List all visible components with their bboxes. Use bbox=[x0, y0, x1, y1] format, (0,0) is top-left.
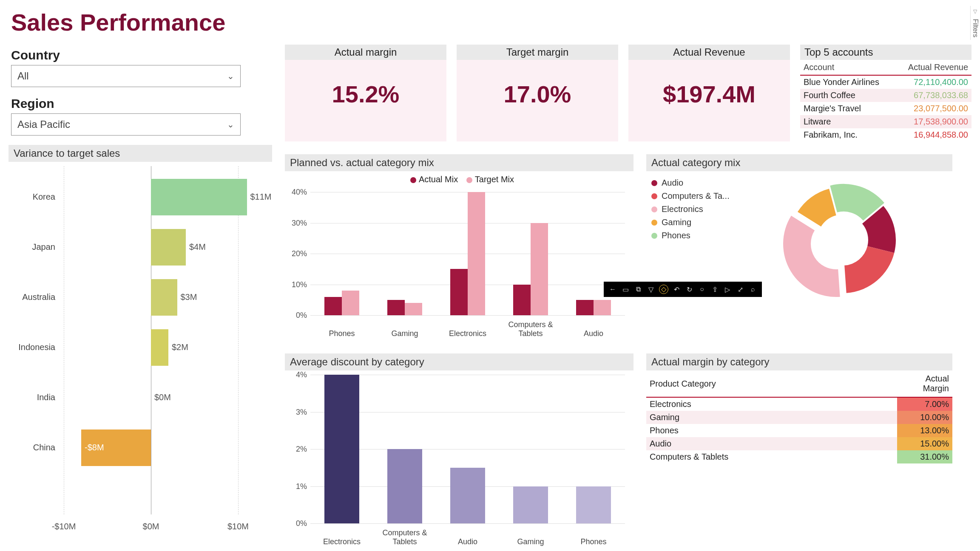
margin-col-margin[interactable]: Actual Margin bbox=[897, 370, 952, 397]
country-dropdown[interactable]: All ⌄ bbox=[11, 65, 241, 87]
legend-item[interactable]: Computers & Ta... bbox=[651, 189, 730, 203]
toolbar-button[interactable]: ⌕ bbox=[747, 285, 759, 293]
axis-category: Gaming bbox=[499, 537, 562, 546]
toolbar-button[interactable]: ⧉ bbox=[632, 285, 645, 293]
toolbar-button[interactable]: ▭ bbox=[619, 285, 632, 294]
table-row[interactable]: Fabrikam, Inc. 16,944,858.00 bbox=[800, 128, 971, 141]
top5-col-revenue[interactable]: Actual Revenue bbox=[895, 60, 971, 75]
toolbar-button[interactable]: ⤢ bbox=[734, 285, 747, 294]
table-row[interactable]: Electronics 7.00% bbox=[646, 397, 952, 411]
chevron-down-icon: ⌄ bbox=[227, 119, 234, 130]
kpi-value: $197.4M bbox=[628, 60, 790, 128]
donut-slice[interactable] bbox=[798, 189, 836, 226]
dot-icon bbox=[466, 177, 472, 183]
toolbar-button[interactable]: ↶ bbox=[670, 285, 683, 294]
axis-category: Gaming bbox=[373, 329, 436, 338]
variance-chart[interactable]: -$10M$0M$10MKorea$11MJapan$4MAustralia$3… bbox=[9, 166, 264, 531]
toolbar-button[interactable]: ◇ bbox=[659, 285, 668, 294]
donut-slice[interactable] bbox=[844, 246, 894, 293]
bar[interactable] bbox=[324, 375, 359, 523]
account-cell: Litware bbox=[800, 115, 895, 128]
margin-table-box[interactable]: Actual margin by category Product Catego… bbox=[646, 353, 952, 549]
table-row[interactable]: Audio 15.00% bbox=[646, 437, 952, 450]
margin-col-cat[interactable]: Product Category bbox=[646, 370, 897, 397]
region-dropdown[interactable]: Asia Pacific ⌄ bbox=[11, 113, 241, 136]
account-cell: Blue Yonder Airlines bbox=[800, 75, 895, 89]
dot-icon bbox=[651, 233, 657, 239]
bar[interactable] bbox=[387, 300, 405, 315]
bar[interactable] bbox=[324, 297, 342, 316]
bar[interactable] bbox=[450, 269, 468, 315]
discount-chart-box[interactable]: Average discount by category 0%1%2%3%4%E… bbox=[285, 353, 633, 549]
axis-category: Australia bbox=[9, 292, 55, 302]
bar[interactable] bbox=[513, 285, 531, 316]
toolbar-button[interactable]: ↻ bbox=[683, 285, 696, 294]
bar[interactable] bbox=[342, 291, 359, 315]
bar[interactable] bbox=[151, 179, 247, 215]
bar[interactable] bbox=[576, 300, 594, 315]
toolbar-button[interactable]: ← bbox=[606, 285, 619, 293]
kpi-actual-revenue[interactable]: Actual Revenue $197.4M bbox=[628, 45, 790, 141]
bar[interactable] bbox=[405, 303, 422, 315]
table-row[interactable]: Computers & Tablets 31.00% bbox=[646, 450, 952, 463]
legend-item[interactable]: Phones bbox=[651, 229, 730, 242]
bar[interactable] bbox=[468, 192, 485, 315]
dot-icon bbox=[651, 180, 657, 186]
toolbar-button[interactable]: ▽ bbox=[645, 285, 657, 294]
kpi-label: Target margin bbox=[457, 45, 618, 60]
bar[interactable] bbox=[151, 329, 168, 366]
bar[interactable] bbox=[151, 279, 177, 316]
legend-item[interactable]: Gaming bbox=[651, 216, 730, 229]
table-row[interactable]: Margie's Travel 23,077,500.00 bbox=[800, 102, 971, 115]
bar[interactable] bbox=[151, 229, 186, 266]
table-row[interactable]: Blue Yonder Airlines 72,110,400.00 bbox=[800, 75, 971, 89]
kpi-target-margin[interactable]: Target margin 17.0% bbox=[457, 45, 618, 141]
toolbar-button[interactable]: ⇪ bbox=[708, 285, 721, 294]
table-row[interactable]: Gaming 10.00% bbox=[646, 411, 952, 424]
revenue-cell: 17,538,900.00 bbox=[895, 115, 971, 128]
legend-item[interactable]: Electronics bbox=[651, 203, 730, 216]
axis-category: Korea bbox=[9, 192, 55, 202]
table-row[interactable]: Fourth Coffee 67,738,033.68 bbox=[800, 89, 971, 102]
bar[interactable] bbox=[450, 468, 485, 523]
right-column: Actual margin 15.2% Target margin 17.0% … bbox=[285, 45, 971, 549]
axis-tick: 4% bbox=[285, 370, 307, 379]
left-column: Country All ⌄ Region Asia Pacific ⌄ Vari… bbox=[9, 45, 272, 549]
kpi-label: Actual margin bbox=[285, 45, 446, 60]
kpi-actual-margin[interactable]: Actual margin 15.2% bbox=[285, 45, 446, 141]
axis-category: Electronics bbox=[436, 329, 499, 338]
category-cell: Gaming bbox=[646, 411, 897, 424]
top5-title: Top 5 accounts bbox=[800, 45, 971, 60]
axis-category: Computers & Tablets bbox=[499, 320, 562, 338]
bar-value: $2M bbox=[172, 342, 188, 352]
donut-chart bbox=[779, 176, 906, 304]
category-cell: Computers & Tablets bbox=[646, 450, 897, 463]
top5-accounts[interactable]: Top 5 accounts Account Actual Revenue Bl… bbox=[800, 45, 971, 141]
bar[interactable] bbox=[594, 300, 611, 315]
bar[interactable] bbox=[531, 223, 548, 316]
revenue-cell: 67,738,033.68 bbox=[895, 89, 971, 102]
axis-tick: 40% bbox=[285, 188, 307, 197]
axis-category: Japan bbox=[9, 242, 55, 252]
filter-icon: ▽ bbox=[972, 8, 978, 14]
kpi-value: 15.2% bbox=[285, 60, 446, 128]
filters-panel-tab[interactable]: ▽ Filters bbox=[970, 6, 980, 40]
table-row[interactable]: Litware 17,538,900.00 bbox=[800, 115, 971, 128]
table-row[interactable]: Phones 13.00% bbox=[646, 424, 952, 437]
category-mix-box[interactable]: Actual category mix AudioComputers & Ta.… bbox=[646, 154, 952, 341]
legend-item[interactable]: Audio bbox=[651, 176, 730, 189]
bar[interactable] bbox=[387, 449, 422, 523]
axis-tick: 3% bbox=[285, 408, 307, 417]
toolbar-button[interactable]: ▷ bbox=[721, 285, 734, 294]
account-cell: Fourth Coffee bbox=[800, 89, 895, 102]
axis-tick: 30% bbox=[285, 219, 307, 228]
donut-slice[interactable] bbox=[783, 216, 840, 297]
bar[interactable] bbox=[513, 486, 548, 524]
top5-col-account[interactable]: Account bbox=[800, 60, 895, 75]
bar[interactable] bbox=[576, 486, 611, 524]
axis-category: Phones bbox=[562, 537, 625, 546]
dot-icon bbox=[651, 220, 657, 226]
mix-chart-box[interactable]: Planned vs. actual category mix Actual M… bbox=[285, 154, 633, 341]
toolbar-button[interactable]: ○ bbox=[696, 285, 708, 293]
visual-toolbar[interactable]: ←▭⧉▽◇↶↻○⇪▷⤢⌕ bbox=[604, 282, 762, 297]
